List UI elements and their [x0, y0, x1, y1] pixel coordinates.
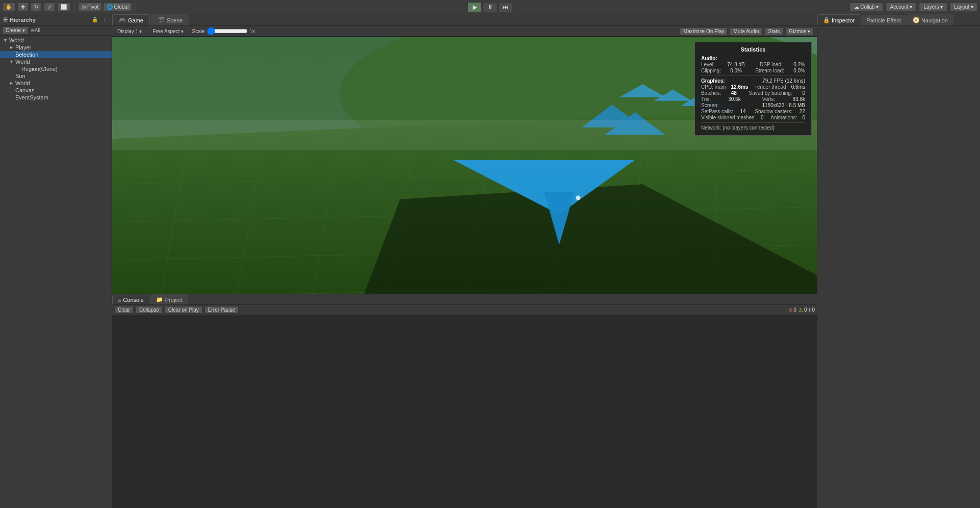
audio-label: Audio: — [701, 56, 717, 61]
global-button[interactable]: 🌐 Global — [103, 3, 132, 11]
hierarchy-item-label: Sun — [15, 73, 25, 79]
tris-value: 30.5k — [728, 96, 740, 102]
global-label: Global — [114, 4, 128, 10]
scene-tab-icon: 🎬 — [158, 17, 165, 23]
warning-count-value: 0 — [804, 307, 807, 313]
graphics-label: Graphics: — [701, 78, 725, 84]
tab-game[interactable]: 🎮 Game — [112, 14, 150, 26]
maximize-on-play-button[interactable]: Maximize On Play — [680, 28, 728, 35]
hierarchy-item-player[interactable]: ►Player — [0, 44, 112, 51]
saved-value: 0 — [802, 90, 805, 96]
hierarchy-item-selection[interactable]: Selection — [0, 51, 112, 58]
info-count: ℹ 0 — [809, 307, 815, 313]
scale-slider[interactable] — [207, 27, 248, 35]
hierarchy-item-world-root[interactable]: ▼World — [0, 37, 112, 44]
hierarchy-item-event-system[interactable]: EventSystem — [0, 94, 112, 101]
hierarchy-item-world2[interactable]: ►World — [0, 80, 112, 87]
play-button[interactable]: ▶ — [468, 2, 482, 12]
batches-label: Batches: — [701, 90, 721, 96]
create-button[interactable]: Create ▾ — [2, 27, 29, 34]
cloud-icon: ☁ — [854, 4, 859, 10]
hand-tool-button[interactable]: ✋ — [2, 3, 15, 11]
visible-label: Visible skinned meshes: — [701, 115, 756, 120]
toolbar-sep4 — [189, 27, 189, 35]
hierarchy-lock-button[interactable]: 🔒 — [90, 16, 99, 23]
game-tab-label: Game — [128, 17, 143, 23]
clear-on-play-button[interactable]: Clear on Play — [165, 306, 202, 314]
hierarchy-menu-button[interactable]: ⋮ — [100, 16, 109, 23]
collab-button[interactable]: ☁ Collab ▾ — [849, 3, 884, 11]
account-button[interactable]: Account ▾ — [885, 3, 917, 11]
hierarchy-item-canvas[interactable]: Canvas — [0, 87, 112, 94]
tab-navigation[interactable]: 🧭 Navigation — [907, 14, 953, 26]
tab-project[interactable]: 📁 Project — [150, 294, 188, 304]
global-icon: 🌐 — [107, 4, 113, 10]
dsp-value: 0.2% — [793, 62, 805, 67]
layers-button[interactable]: Layers ▾ — [919, 3, 947, 11]
hierarchy-panel: ☰ Hierarchy 🔒 ⋮ Create ▾ ⊕All ▼World►Pla… — [0, 14, 112, 508]
pivot-label: Pivot — [87, 4, 98, 10]
fps-value: 79.2 FPS (12.6ms) — [762, 78, 805, 84]
level-value: -74.8 dB — [726, 62, 745, 67]
scene-tab-label: Scene — [167, 17, 183, 23]
main-layout: ☰ Hierarchy 🔒 ⋮ Create ▾ ⊕All ▼World►Pla… — [0, 14, 980, 508]
aspect-arrow: ▾ — [181, 29, 184, 34]
scale-tool-button[interactable]: ⤢ — [44, 3, 55, 11]
hierarchy-arrow: ► — [9, 81, 14, 86]
bottom-tabs: ≡ Console 📁 Project — [112, 294, 817, 305]
level-label: Level: — [701, 62, 715, 67]
hierarchy-item-region-clone[interactable]: Region(Clone) — [0, 65, 112, 72]
render-value: 0.6ms — [791, 84, 805, 90]
screen-value: 1180x633 - 8.5 MB — [762, 103, 806, 108]
stats-button[interactable]: Stats — [765, 28, 784, 35]
animations-value: 0 — [802, 115, 805, 120]
aspect-selector[interactable]: Free Aspect ▾ — [150, 28, 185, 35]
display-arrow: ▾ — [139, 29, 142, 34]
stats-sep1 — [701, 75, 805, 76]
hierarchy-item-world-child[interactable]: ▼World — [0, 58, 112, 65]
collapse-button[interactable]: Collapse — [136, 306, 163, 314]
cpu-value: 12.6ms — [731, 84, 749, 90]
editor-tabs: 🎮 Game 🎬 Scene — [112, 14, 817, 26]
hierarchy-item-label: World — [15, 59, 30, 65]
inspector-content — [817, 26, 980, 508]
error-pause-button[interactable]: Error Pause — [204, 306, 239, 314]
move-tool-button[interactable]: ✚ — [17, 3, 29, 11]
svg-point-26 — [576, 195, 580, 200]
tab-scene[interactable]: 🎬 Scene — [151, 14, 189, 26]
search-all-label: ⊕All — [31, 28, 40, 33]
tab-console[interactable]: ≡ Console — [112, 295, 149, 304]
console-right: ⊗ 0 ⚠ 0 ℹ 0 — [788, 307, 815, 313]
dsp-label: DSP load: — [760, 62, 783, 67]
hierarchy-item-label: Canvas — [15, 87, 34, 93]
toolbar-sep2 — [136, 3, 136, 12]
mute-audio-button[interactable]: Mute Audio — [730, 28, 762, 35]
clear-button[interactable]: Clear — [114, 306, 134, 314]
tab-inspector[interactable]: 🔒 Inspector — [817, 14, 860, 26]
pause-button[interactable]: ⏸ — [483, 2, 497, 12]
pivot-global-group: ◎ Pivot 🌐 Global — [78, 3, 132, 11]
tab-particle-effect[interactable]: Particle Effect — [861, 15, 907, 26]
game-right-buttons: Maximize On Play Mute Audio Stats Gizmos… — [680, 28, 814, 35]
game-toolbar: Display 1 ▾ Free Aspect ▾ Scale 1x Maxim… — [112, 26, 817, 37]
hierarchy-item-sun[interactable]: Sun — [0, 72, 112, 80]
game-viewport[interactable]: Statistics Audio: Level: -74.8 dB DSP lo… — [112, 37, 817, 294]
rect-tool-button[interactable]: ⬜ — [57, 3, 70, 11]
rotate-tool-button[interactable]: ↻ — [31, 3, 42, 11]
navigation-tab-icon: 🧭 — [913, 17, 920, 23]
hierarchy-arrow: ► — [9, 45, 14, 50]
center-area: 🎮 Game 🎬 Scene Display 1 ▾ Free Aspect ▾… — [112, 14, 817, 508]
step-button[interactable]: ⏭ — [498, 2, 512, 12]
gizmos-button[interactable]: Gizmos ▾ — [785, 28, 814, 35]
info-count-value: 0 — [812, 307, 815, 313]
animations-label: Animations: — [770, 115, 797, 120]
layout-button[interactable]: Layout ▾ — [949, 3, 978, 11]
console-content[interactable] — [112, 315, 817, 508]
pivot-button[interactable]: ◎ Pivot — [78, 3, 102, 11]
warning-icon: ⚠ — [798, 307, 803, 313]
display-selector[interactable]: Display 1 ▾ — [115, 28, 144, 35]
project-tab-label: Project — [165, 297, 183, 303]
stats-audio-section: Audio: Level: -74.8 dB DSP load: 0.2% Cl… — [701, 56, 805, 73]
saved-label: Saved by batching: — [749, 90, 792, 96]
visible-value: 0 — [761, 115, 764, 120]
